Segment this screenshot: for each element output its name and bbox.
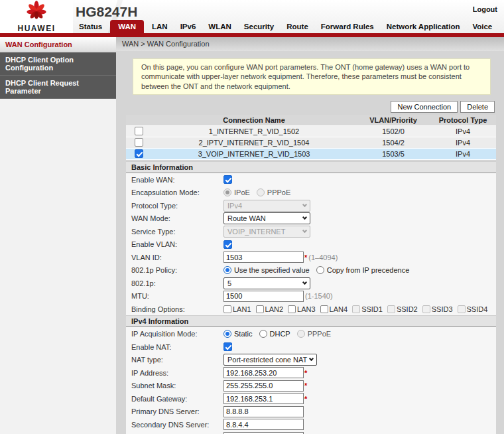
dhcp-radio[interactable]	[259, 330, 267, 338]
default-gateway-input[interactable]	[223, 393, 304, 404]
huawei-flower-icon	[22, 1, 51, 23]
table-row: 1_INTERNET_R_VID_1502 1502/0 IPv4	[126, 126, 496, 137]
delete-button[interactable]: Delete	[460, 101, 495, 113]
chevron-down-icon	[302, 202, 307, 207]
pppoe-radio[interactable]	[257, 188, 265, 196]
enable-nat-checkbox[interactable]	[223, 342, 232, 351]
enable-wan-checkbox[interactable]	[223, 175, 232, 184]
tab-route[interactable]: Route	[282, 20, 313, 33]
lan2-label: LAN2	[265, 305, 284, 313]
wan-mode-select[interactable]: Route WAN	[223, 212, 310, 224]
ssid2-label: SSID2	[397, 305, 418, 313]
wan-mode-label: WAN Mode:	[131, 214, 223, 222]
binding-options-label: Binding Options:	[131, 305, 223, 313]
vlan-id-label: VLAN ID:	[131, 253, 223, 261]
ssid2-checkbox[interactable]	[387, 305, 395, 313]
service-type-label: Service Type:	[131, 228, 223, 236]
vlan-priority: 1503/5	[357, 150, 430, 158]
huawei-brand-text: HUAWEI	[18, 24, 56, 33]
required-asterisk: *	[304, 395, 307, 403]
subnet-mask-label: Subnet Mask:	[131, 382, 223, 390]
specified-value-radio[interactable]	[223, 266, 231, 274]
tab-ipv6[interactable]: IPv6	[176, 20, 201, 33]
enable-nat-label: Enable NAT:	[131, 343, 223, 351]
copy-ip-precedence-radio-label: Copy from IP precedence	[327, 266, 410, 274]
enable-vlan-label: Enable VLAN:	[131, 240, 223, 248]
mtu-range-hint: (1-1540)	[305, 292, 333, 300]
new-connection-button[interactable]: New Connection	[391, 101, 458, 113]
service-type-select[interactable]: VOIP_INTERNET	[223, 226, 310, 238]
ipoe-radio[interactable]	[223, 188, 231, 196]
header: HUAWEI HG8247H Logout Status WAN LAN IPv…	[0, 0, 504, 33]
lan1-label: LAN1	[233, 305, 251, 313]
tab-voice[interactable]: Voice	[468, 20, 497, 33]
ip-acquisition-mode-label: IP Acquisition Mode:	[131, 330, 223, 338]
lan2-checkbox[interactable]	[256, 305, 264, 313]
huawei-logo: HUAWEI	[0, 0, 73, 33]
wan-form: Basic Information Enable WAN: Encapsulat…	[126, 161, 496, 434]
ssid3-label: SSID3	[432, 305, 453, 313]
protocol-type-select[interactable]: IPv4	[223, 200, 310, 212]
nat-type-select[interactable]: Port-restricted cone NAT	[223, 354, 317, 366]
tab-wan[interactable]: WAN	[110, 20, 144, 33]
vlan-id-input[interactable]	[223, 252, 304, 263]
lan4-checkbox[interactable]	[320, 305, 328, 313]
encapsulation-mode-label: Encapsulation Mode:	[131, 188, 223, 196]
protocol-type: IPv4	[430, 139, 496, 147]
tab-system-tools[interactable]: System Tools	[500, 20, 504, 33]
row-checkbox[interactable]	[135, 138, 143, 147]
chevron-down-icon	[302, 215, 307, 220]
column-protocol-type: Protocol Type	[430, 116, 496, 124]
content-area: On this page, you can configure WAN port…	[116, 51, 504, 434]
chevron-down-icon	[302, 228, 307, 233]
lan1-checkbox[interactable]	[223, 305, 231, 313]
sidebar-item-wan-configuration[interactable]: WAN Configuration	[0, 37, 116, 52]
ipv4-information-header: IPv4 Information	[126, 315, 496, 327]
table-row: 3_VOIP_INTERNET_R_VID_1503 1503/5 IPv4	[126, 149, 496, 160]
tab-security[interactable]: Security	[239, 20, 279, 33]
ssid3-checkbox[interactable]	[422, 305, 430, 313]
default-gateway-label: Default Gateway:	[131, 395, 223, 403]
chevron-down-icon	[309, 356, 314, 361]
table-row: 2_IPTV_INTERNET_R_VID_1504 1504/2 IPv4	[126, 137, 496, 149]
tab-network-application[interactable]: Network Application	[382, 20, 465, 33]
vlan-id-range-hint: (1–4094)	[308, 253, 338, 261]
primary-dns-input[interactable]	[223, 406, 304, 417]
lan4-label: LAN4	[330, 305, 348, 313]
ip-address-input[interactable]	[223, 367, 304, 378]
8021p-select[interactable]: 5	[223, 277, 310, 289]
enable-vlan-checkbox[interactable]	[223, 240, 232, 249]
logout-link[interactable]: Logout	[473, 5, 497, 13]
primary-dns-label: Primary DNS Server:	[131, 407, 223, 415]
static-radio[interactable]	[223, 330, 231, 338]
8021p-label: 802.1p:	[131, 279, 223, 287]
tab-status[interactable]: Status	[74, 20, 107, 33]
ssid4-label: SSID4	[467, 305, 488, 313]
row-checkbox[interactable]	[135, 127, 143, 135]
multicast-vlan-id-input[interactable]	[223, 432, 304, 434]
column-vlan-priority: VLAN/Priority	[357, 116, 430, 124]
pppoe-ipv4-radio[interactable]	[297, 330, 305, 338]
ssid1-checkbox[interactable]	[352, 305, 360, 313]
copy-ip-precedence-radio[interactable]	[316, 266, 324, 274]
chevron-down-icon	[302, 280, 307, 285]
protocol-type-label: Protocol Type:	[131, 202, 223, 210]
subnet-mask-input[interactable]	[223, 380, 304, 392]
lan3-label: LAN3	[297, 305, 316, 313]
required-asterisk: *	[304, 369, 307, 377]
sidebar-item-dhcp-client-option[interactable]: DHCP Client Option Configuration	[0, 52, 116, 76]
tab-wlan[interactable]: WLAN	[204, 20, 236, 33]
tab-lan[interactable]: LAN	[147, 20, 172, 33]
sidebar-item-dhcp-client-request[interactable]: DHCP Client Request Parameter	[0, 76, 116, 99]
tab-forward-rules[interactable]: Forward Rules	[316, 20, 379, 33]
lan3-checkbox[interactable]	[288, 305, 296, 313]
device-model-title: HG8247H	[76, 4, 137, 20]
ssid4-checkbox[interactable]	[458, 305, 466, 313]
ssid1-label: SSID1	[361, 305, 383, 313]
mtu-input[interactable]	[223, 291, 304, 302]
page-description: On this page, you can configure WAN port…	[133, 58, 491, 95]
secondary-dns-input[interactable]	[223, 419, 304, 430]
row-checkbox[interactable]	[135, 149, 143, 158]
ip-address-label: IP Address:	[131, 369, 223, 377]
column-connection-name: Connection Name	[151, 116, 357, 124]
